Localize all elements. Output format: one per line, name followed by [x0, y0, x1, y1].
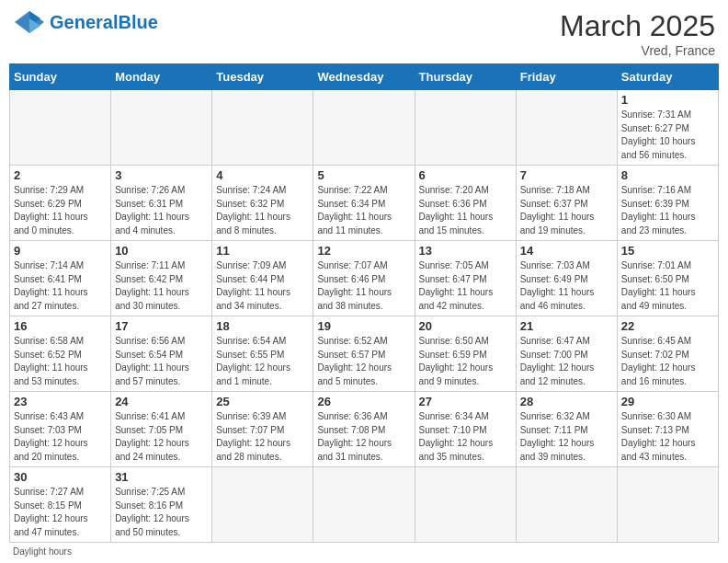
day-info: Sunrise: 7:18 AM Sunset: 6:37 PM Dayligh…	[520, 184, 613, 237]
calendar-cell: 19Sunrise: 6:52 AM Sunset: 6:57 PM Dayli…	[313, 316, 415, 392]
day-number: 20	[419, 319, 512, 333]
day-info: Sunrise: 7:09 AM Sunset: 6:44 PM Dayligh…	[216, 259, 309, 313]
day-number: 29	[621, 395, 714, 408]
calendar-cell	[516, 90, 617, 166]
day-info: Sunrise: 7:03 AM Sunset: 6:49 PM Dayligh…	[520, 259, 613, 313]
day-info: Sunrise: 6:36 AM Sunset: 7:08 PM Dayligh…	[317, 410, 410, 464]
day-info: Sunrise: 6:34 AM Sunset: 7:10 PM Dayligh…	[419, 410, 512, 464]
day-info: Sunrise: 7:11 AM Sunset: 6:42 PM Dayligh…	[115, 259, 208, 313]
calendar-cell: 9Sunrise: 7:14 AM Sunset: 6:41 PM Daylig…	[10, 241, 111, 316]
day-info: Sunrise: 6:41 AM Sunset: 7:05 PM Dayligh…	[115, 410, 208, 464]
day-number: 21	[520, 319, 613, 333]
page-header: GeneralBlue March 2025 Vred, France	[9, 9, 719, 58]
day-number: 5	[317, 168, 410, 182]
day-number: 7	[520, 168, 613, 182]
calendar-cell	[10, 90, 111, 166]
title-block: March 2025 Vred, France	[560, 9, 715, 58]
page-title: March 2025	[560, 9, 715, 43]
day-number: 9	[14, 244, 107, 258]
day-info: Sunrise: 6:56 AM Sunset: 6:54 PM Dayligh…	[115, 335, 208, 388]
day-number: 24	[115, 395, 208, 408]
day-number: 30	[14, 470, 107, 484]
calendar-cell: 14Sunrise: 7:03 AM Sunset: 6:49 PM Dayli…	[516, 241, 617, 316]
day-number: 25	[216, 395, 309, 408]
day-number: 15	[621, 244, 714, 258]
logo: GeneralBlue	[13, 9, 158, 35]
calendar-cell	[617, 467, 718, 543]
calendar-cell: 12Sunrise: 7:07 AM Sunset: 6:46 PM Dayli…	[313, 241, 415, 316]
day-number: 12	[317, 244, 410, 258]
calendar-cell: 31Sunrise: 7:25 AM Sunset: 8:16 PM Dayli…	[111, 467, 212, 543]
calendar-week-row: 1Sunrise: 7:31 AM Sunset: 6:27 PM Daylig…	[10, 90, 719, 166]
weekday-header-row: SundayMondayTuesdayWednesdayThursdayFrid…	[10, 64, 719, 90]
calendar-cell	[313, 90, 415, 166]
day-info: Sunrise: 7:29 AM Sunset: 6:29 PM Dayligh…	[14, 184, 107, 237]
day-info: Sunrise: 7:22 AM Sunset: 6:34 PM Dayligh…	[317, 184, 410, 237]
calendar-week-row: 2Sunrise: 7:29 AM Sunset: 6:29 PM Daylig…	[10, 166, 719, 241]
day-number: 16	[14, 319, 107, 333]
logo-icon	[13, 9, 46, 35]
day-info: Sunrise: 7:27 AM Sunset: 8:15 PM Dayligh…	[14, 486, 107, 539]
day-info: Sunrise: 7:16 AM Sunset: 6:39 PM Dayligh…	[621, 184, 714, 237]
weekday-header: Wednesday	[313, 64, 415, 90]
calendar-cell: 27Sunrise: 6:34 AM Sunset: 7:10 PM Dayli…	[415, 392, 516, 467]
calendar-cell: 15Sunrise: 7:01 AM Sunset: 6:50 PM Dayli…	[617, 241, 718, 316]
calendar-cell: 10Sunrise: 7:11 AM Sunset: 6:42 PM Dayli…	[111, 241, 212, 316]
day-info: Sunrise: 6:30 AM Sunset: 7:13 PM Dayligh…	[621, 410, 714, 464]
day-number: 3	[115, 168, 208, 182]
day-number: 23	[14, 395, 107, 408]
day-number: 26	[317, 395, 410, 408]
calendar-week-row: 16Sunrise: 6:58 AM Sunset: 6:52 PM Dayli…	[10, 316, 719, 392]
calendar-cell	[212, 90, 313, 166]
day-number: 18	[216, 319, 309, 333]
calendar-cell	[313, 467, 415, 543]
day-number: 22	[621, 319, 714, 333]
day-number: 1	[621, 93, 714, 107]
day-info: Sunrise: 6:32 AM Sunset: 7:11 PM Dayligh…	[520, 410, 613, 464]
calendar-cell: 21Sunrise: 6:47 AM Sunset: 7:00 PM Dayli…	[516, 316, 617, 392]
day-info: Sunrise: 7:20 AM Sunset: 6:36 PM Dayligh…	[419, 184, 512, 237]
day-number: 14	[520, 244, 613, 258]
day-info: Sunrise: 7:26 AM Sunset: 6:31 PM Dayligh…	[115, 184, 208, 237]
day-info: Sunrise: 7:25 AM Sunset: 8:16 PM Dayligh…	[115, 486, 208, 539]
calendar-week-row: 30Sunrise: 7:27 AM Sunset: 8:15 PM Dayli…	[10, 467, 719, 543]
day-number: 2	[14, 168, 107, 182]
footer-note: Daylight hours	[9, 546, 719, 557]
calendar-cell: 13Sunrise: 7:05 AM Sunset: 6:47 PM Dayli…	[415, 241, 516, 316]
calendar-cell	[415, 467, 516, 543]
weekday-header: Saturday	[617, 64, 718, 90]
day-info: Sunrise: 7:31 AM Sunset: 6:27 PM Dayligh…	[621, 109, 714, 162]
day-info: Sunrise: 7:07 AM Sunset: 6:46 PM Dayligh…	[317, 259, 410, 313]
calendar-cell: 11Sunrise: 7:09 AM Sunset: 6:44 PM Dayli…	[212, 241, 313, 316]
day-info: Sunrise: 7:05 AM Sunset: 6:47 PM Dayligh…	[419, 259, 512, 313]
calendar-cell: 16Sunrise: 6:58 AM Sunset: 6:52 PM Dayli…	[10, 316, 111, 392]
calendar-cell: 24Sunrise: 6:41 AM Sunset: 7:05 PM Dayli…	[111, 392, 212, 467]
weekday-header: Thursday	[415, 64, 516, 90]
day-info: Sunrise: 6:45 AM Sunset: 7:02 PM Dayligh…	[621, 335, 714, 388]
day-number: 11	[216, 244, 309, 258]
day-info: Sunrise: 6:52 AM Sunset: 6:57 PM Dayligh…	[317, 335, 410, 388]
day-number: 8	[621, 168, 714, 182]
day-info: Sunrise: 6:43 AM Sunset: 7:03 PM Dayligh…	[14, 410, 107, 464]
calendar-week-row: 9Sunrise: 7:14 AM Sunset: 6:41 PM Daylig…	[10, 241, 719, 316]
calendar-cell: 20Sunrise: 6:50 AM Sunset: 6:59 PM Dayli…	[415, 316, 516, 392]
calendar-cell: 28Sunrise: 6:32 AM Sunset: 7:11 PM Dayli…	[516, 392, 617, 467]
day-number: 13	[419, 244, 512, 258]
calendar-cell: 23Sunrise: 6:43 AM Sunset: 7:03 PM Dayli…	[10, 392, 111, 467]
calendar-cell: 1Sunrise: 7:31 AM Sunset: 6:27 PM Daylig…	[617, 90, 718, 166]
calendar-cell: 26Sunrise: 6:36 AM Sunset: 7:08 PM Dayli…	[313, 392, 415, 467]
calendar-cell	[516, 467, 617, 543]
calendar-cell	[415, 90, 516, 166]
calendar-cell: 25Sunrise: 6:39 AM Sunset: 7:07 PM Dayli…	[212, 392, 313, 467]
calendar-cell: 3Sunrise: 7:26 AM Sunset: 6:31 PM Daylig…	[111, 166, 212, 241]
calendar-week-row: 23Sunrise: 6:43 AM Sunset: 7:03 PM Dayli…	[10, 392, 719, 467]
day-info: Sunrise: 6:58 AM Sunset: 6:52 PM Dayligh…	[14, 335, 107, 388]
calendar-cell: 5Sunrise: 7:22 AM Sunset: 6:34 PM Daylig…	[313, 166, 415, 241]
weekday-header: Monday	[111, 64, 212, 90]
day-info: Sunrise: 7:24 AM Sunset: 6:32 PM Dayligh…	[216, 184, 309, 237]
logo-general: General	[50, 12, 118, 32]
calendar-cell: 8Sunrise: 7:16 AM Sunset: 6:39 PM Daylig…	[617, 166, 718, 241]
calendar-cell: 17Sunrise: 6:56 AM Sunset: 6:54 PM Dayli…	[111, 316, 212, 392]
calendar-cell	[111, 90, 212, 166]
weekday-header: Friday	[516, 64, 617, 90]
